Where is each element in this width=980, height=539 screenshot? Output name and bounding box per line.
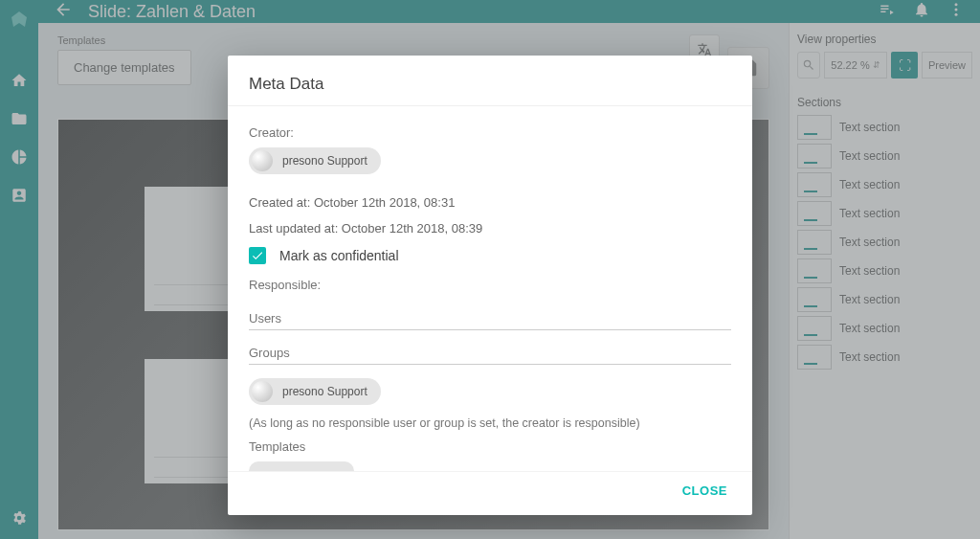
confidential-checkbox[interactable] [249,247,266,264]
responsible-label: Responsible: [249,278,731,292]
metadata-modal: Meta Data Creator: presono Support Creat… [228,56,752,515]
close-button[interactable]: CLOSE [675,478,735,504]
modal-title: Meta Data [228,56,752,106]
users-input[interactable] [249,307,731,330]
group-chip[interactable]: presono Support [249,378,381,405]
avatar-icon [252,381,273,402]
confidential-label: Mark as confidential [279,248,399,263]
responsible-helper: (As long as no responsible user or group… [249,416,731,430]
avatar-icon [252,150,273,171]
groups-input[interactable] [249,342,731,365]
template-chip-partial [249,461,354,471]
created-at: Created at: October 12th 2018, 08:31 [249,195,731,210]
updated-at: Last updated at: October 12th 2018, 08:3… [249,221,731,236]
creator-chip: presono Support [249,147,381,174]
modal-overlay: Meta Data Creator: presono Support Creat… [0,0,980,539]
templates-section-label: Templates [249,439,731,454]
creator-label: Creator: [249,125,731,140]
